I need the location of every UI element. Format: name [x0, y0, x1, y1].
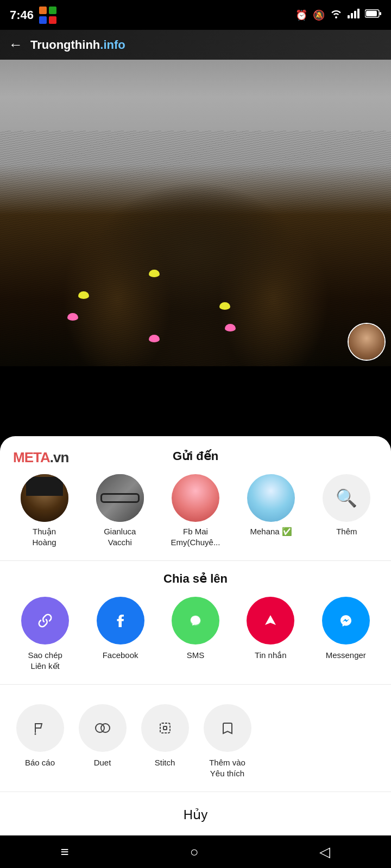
bao-cao-icon [16, 704, 64, 752]
facebook-icon [97, 597, 144, 644]
svg-rect-6 [354, 11, 356, 18]
signal-icon [348, 9, 360, 21]
hair-texture [0, 131, 391, 366]
creator-avatar-image [349, 324, 384, 360]
contact-name-1: ThuậnHoàng [32, 526, 56, 547]
contact-avatar-1-image [21, 474, 68, 522]
contact-item-more[interactable]: 🔍 Thêm [317, 474, 376, 537]
bottom-sheet: META.vn Gửi đến ThuậnHoàng GianlucaVacch… [0, 436, 391, 835]
svg-rect-1 [49, 7, 56, 14]
share-item-bao-cao[interactable]: Báo cáo [9, 704, 71, 768]
messenger-label: Messenger [326, 650, 366, 661]
share-item-sms[interactable]: SMS [164, 597, 226, 661]
copy-link-label: Sao chépLiên kết [28, 650, 62, 671]
wifi-icon [330, 9, 342, 21]
status-bar: 7:46 ⏰ 🔕 [0, 0, 391, 30]
contact-search-avatar: 🔍 [323, 474, 370, 522]
contact-avatar-3 [172, 474, 219, 522]
contact-avatar-4-image [247, 474, 295, 522]
copy-link-icon [21, 597, 69, 644]
stitch-icon [141, 704, 189, 752]
nav-back-icon[interactable]: ◁ [319, 844, 330, 860]
svg-rect-7 [357, 9, 360, 18]
share-grid: Sao chépLiên kết Facebook SMS [0, 597, 391, 682]
facebook-label: Facebook [103, 650, 138, 661]
svg-rect-3 [49, 16, 56, 24]
sms-label: SMS [187, 650, 205, 661]
contact-name-more: Thêm [336, 526, 357, 537]
video-content [0, 30, 391, 366]
share-grid-2: Báo cáo Duet Stitch [0, 695, 391, 789]
nav-home-icon[interactable]: ○ [190, 844, 199, 860]
svg-point-16 [101, 724, 110, 732]
share-section-title: Chia sẻ lên [0, 572, 391, 586]
contacts-row: ThuậnHoàng GianlucaVacchi Fb MaiEmy(Chuy… [0, 474, 391, 558]
svg-rect-13 [35, 723, 36, 733]
svg-marker-12 [265, 615, 276, 625]
divider-1 [0, 560, 391, 561]
nav-bar: ≡ ○ ◁ [0, 835, 391, 868]
them-vao-yeu-thich-icon [204, 704, 251, 752]
mute-icon: 🔕 [313, 9, 325, 21]
sms-icon [172, 597, 219, 644]
stitch-label: Stitch [155, 757, 175, 768]
contact-avatar-2 [96, 474, 144, 522]
tin-nhan-label: Tin nhắn [255, 650, 286, 661]
svg-rect-5 [351, 13, 353, 18]
search-icon: 🔍 [336, 488, 357, 508]
meta-badge: META.vn [13, 449, 68, 466]
contact-name-3: Fb MaiEmy(Chuyê... [171, 526, 220, 547]
share-item-tin-nhan[interactable]: Tin nhắn [239, 597, 302, 661]
back-button[interactable]: ← [9, 36, 23, 53]
battery-icon [365, 9, 381, 21]
contact-avatar-1 [21, 474, 68, 522]
tin-nhan-icon [247, 597, 294, 644]
hat-decoration [26, 477, 63, 496]
svg-rect-0 [39, 7, 47, 14]
share-item-facebook[interactable]: Facebook [89, 597, 152, 661]
contact-item-3[interactable]: Fb MaiEmy(Chuyê... [166, 474, 225, 547]
bao-cao-label: Báo cáo [25, 757, 55, 768]
svg-rect-18 [163, 726, 167, 730]
contact-item-1[interactable]: ThuậnHoàng [15, 474, 74, 547]
share-item-them-vao-yeu-thich[interactable]: Thêm vàoYêu thích [196, 704, 258, 778]
duet-icon [79, 704, 127, 752]
contact-name-2: GianlucaVacchi [104, 526, 136, 547]
duet-label: Duet [94, 757, 111, 768]
brand-logo: Truongthinh.info [30, 38, 125, 52]
nav-menu-icon[interactable]: ≡ [61, 844, 69, 860]
top-banner: ← Truongthinh.info [0, 30, 391, 60]
svg-rect-17 [160, 723, 170, 733]
share-item-copy-link[interactable]: Sao chépLiên kết [14, 597, 77, 671]
svg-rect-4 [348, 15, 350, 18]
status-time: 7:46 [10, 8, 34, 22]
contact-avatar-4 [247, 474, 295, 522]
them-vao-yeu-thich-label: Thêm vàoYêu thích [209, 757, 245, 778]
contact-item-2[interactable]: GianlucaVacchi [90, 474, 150, 547]
creator-avatar[interactable] [348, 323, 386, 361]
divider-2 [0, 684, 391, 685]
status-right: ⏰ 🔕 [295, 9, 381, 21]
hair-accessories [78, 291, 89, 299]
messenger-icon [322, 597, 370, 644]
cancel-button[interactable]: Hủy [0, 792, 391, 835]
share-item-duet[interactable]: Duet [71, 704, 134, 768]
share-item-stitch[interactable]: Stitch [134, 704, 196, 768]
svg-rect-2 [39, 16, 47, 24]
svg-point-14 [34, 733, 36, 735]
app-logo-icon [38, 5, 58, 25]
contact-avatar-3-image [172, 474, 219, 522]
contact-item-4[interactable]: Mehana ✅ [241, 474, 301, 537]
status-left: 7:46 [10, 5, 58, 25]
share-item-messenger[interactable]: Messenger [314, 597, 377, 661]
svg-rect-9 [380, 12, 381, 15]
alarm-icon: ⏰ [295, 9, 307, 21]
glasses-decoration [100, 493, 140, 503]
contact-name-4: Mehana ✅ [250, 526, 292, 537]
video-area[interactable] [0, 30, 391, 366]
contact-avatar-2-image [96, 474, 144, 522]
svg-rect-10 [366, 11, 377, 16]
